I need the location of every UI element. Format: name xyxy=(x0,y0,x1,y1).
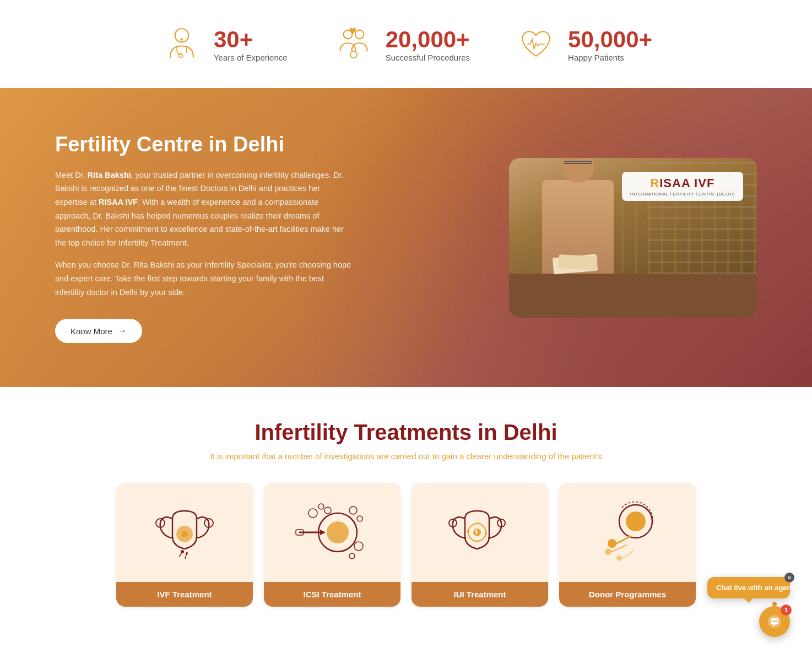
doctor-icon xyxy=(160,22,204,66)
clinic-r-letter: R xyxy=(650,176,659,190)
stat-procedures: 20,000+ Successful Procedures xyxy=(332,22,470,66)
family-icon xyxy=(332,22,376,66)
svg-point-24 xyxy=(349,506,357,514)
svg-point-5 xyxy=(355,30,364,39)
stat-experience-text: 30+ Years of Experience xyxy=(214,26,288,62)
hero-description-2: When you choose Dr. Rita Bakshi as your … xyxy=(55,258,353,299)
treatments-section: Infertility Treatments in Delhi It is im… xyxy=(0,387,812,629)
chat-close-button[interactable]: × xyxy=(784,573,794,582)
treatments-subtitle: It is important that a number of investi… xyxy=(44,451,768,461)
iui-icon xyxy=(412,483,548,582)
chat-bubble-text: Chat live with an agent now! xyxy=(716,584,812,592)
know-more-label: Know More xyxy=(71,326,112,336)
svg-point-36 xyxy=(605,548,611,555)
close-icon: × xyxy=(788,574,791,581)
stat-experience-label: Years of Experience xyxy=(214,53,288,62)
svg-point-26 xyxy=(354,542,363,551)
hero-image-wrapper: RISAA IVF INTERNATIONAL FERTILITY CENTRE… xyxy=(509,158,757,318)
icsi-label: ICSI Treatment xyxy=(264,582,400,607)
svg-point-10 xyxy=(776,620,777,622)
chat-icon xyxy=(767,614,782,629)
stat-patients-text: 50,000+ Happy Patients xyxy=(568,26,652,62)
svg-point-12 xyxy=(181,531,188,537)
arrow-icon: → xyxy=(118,326,127,336)
doctor-image: RISAA IVF INTERNATIONAL FERTILITY CENTRE… xyxy=(509,158,757,318)
chat-dot xyxy=(772,602,777,606)
svg-point-27 xyxy=(349,553,355,559)
hero-description-1: Meet Dr. Rita Bakshi, your trusted partn… xyxy=(55,168,353,250)
hero-section: Fertility Centre in Delhi Meet Dr. Rita … xyxy=(0,88,812,387)
svg-point-21 xyxy=(308,509,317,518)
treatments-title: Infertility Treatments in Delhi xyxy=(44,420,768,445)
stat-procedures-label: Successful Procedures xyxy=(386,53,470,62)
ivf-label: IVF Treatment xyxy=(116,582,253,607)
svg-point-8 xyxy=(772,620,774,622)
hero-title: Fertility Centre in Delhi xyxy=(55,132,353,157)
donor-icon xyxy=(559,483,696,582)
svg-point-6 xyxy=(350,51,357,58)
svg-marker-20 xyxy=(320,530,326,535)
svg-point-23 xyxy=(324,507,331,514)
svg-point-22 xyxy=(318,504,324,509)
hero-content: Fertility Centre in Delhi Meet Dr. Rita … xyxy=(55,132,353,343)
svg-point-25 xyxy=(357,516,362,521)
icsi-icon xyxy=(264,483,400,582)
chat-button[interactable]: 1 xyxy=(759,606,790,629)
stat-experience-number: 30+ xyxy=(214,26,288,53)
treatment-card-icsi[interactable]: ICSI Treatment xyxy=(264,483,400,607)
stats-section: 30+ Years of Experience 20,000+ Successf… xyxy=(0,0,812,88)
clinic-name: RISAA IVF xyxy=(630,176,735,190)
chat-widget: × Chat live with an agent now! 1 xyxy=(759,595,790,629)
svg-point-9 xyxy=(774,620,776,622)
chat-badge: 1 xyxy=(781,604,792,616)
svg-point-34 xyxy=(626,511,646,531)
svg-point-18 xyxy=(327,521,349,543)
ivf-icon xyxy=(116,483,253,582)
stat-procedures-number: 20,000+ xyxy=(386,26,470,53)
stat-patients-number: 50,000+ xyxy=(568,26,652,53)
clinic-subtitle: INTERNATIONAL FERTILITY CENTRE (DELHI) xyxy=(630,192,735,197)
treatment-card-donor[interactable]: Donor Programmes xyxy=(559,483,696,607)
stat-patients-label: Happy Patients xyxy=(568,53,652,62)
donor-label: Donor Programmes xyxy=(559,582,696,607)
know-more-button[interactable]: Know More → xyxy=(55,319,142,343)
stat-procedures-text: 20,000+ Successful Procedures xyxy=(386,26,470,62)
svg-point-37 xyxy=(616,555,622,561)
chat-bubble: × Chat live with an agent now! xyxy=(707,577,790,598)
stat-patients: 50,000+ Happy Patients xyxy=(514,22,652,66)
iui-label: IUI Treatment xyxy=(412,582,548,607)
treatment-card-ivf[interactable]: IVF Treatment xyxy=(116,483,253,607)
treatment-cards: IVF Treatment xyxy=(44,483,768,607)
treatment-card-iui[interactable]: IUI Treatment xyxy=(412,483,548,607)
stat-experience: 30+ Years of Experience xyxy=(160,22,288,66)
svg-point-35 xyxy=(608,539,616,548)
heart-icon xyxy=(514,22,558,66)
